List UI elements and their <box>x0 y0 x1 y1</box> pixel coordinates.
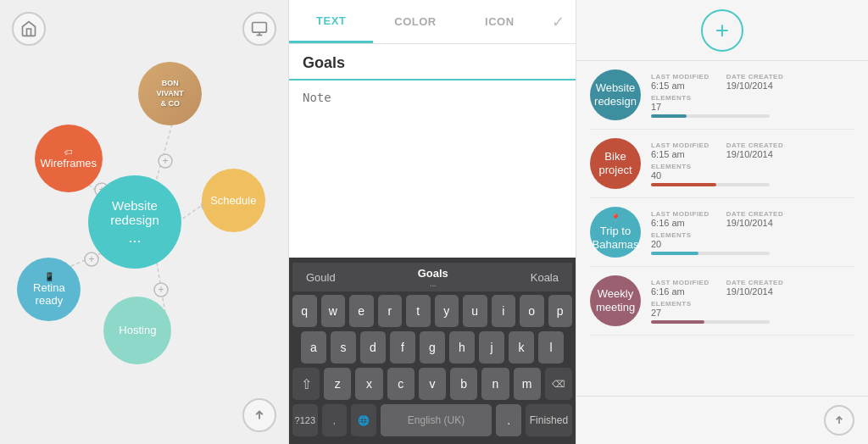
title-area <box>289 44 576 80</box>
progress-bar-bg <box>651 252 770 255</box>
note-area <box>289 80 576 258</box>
editor-tabs: TEXT COLOR ICON ✓ <box>289 0 576 44</box>
key-z[interactable]: z <box>324 368 351 400</box>
item-circle-weekly: Weeklymeeting <box>590 275 641 326</box>
key-y[interactable]: y <box>435 295 459 327</box>
item-info-trip: LAST MODIFIED 6:16 am DATE CREATED 19/10… <box>651 210 854 255</box>
key-g[interactable]: g <box>420 331 445 364</box>
keyboard-row-4: ?123 , 🌐 English (UK) . Finished <box>292 404 572 436</box>
add-button[interactable]: + <box>701 9 743 52</box>
key-b[interactable]: b <box>450 368 477 400</box>
items-list: Websiteredesign LAST MODIFIED 6:15 am DA… <box>576 61 868 396</box>
title-input[interactable] <box>303 54 562 72</box>
key-h[interactable]: h <box>449 331 475 364</box>
key-finished[interactable]: Finished <box>526 404 572 436</box>
key-numbers[interactable]: ?123 <box>292 404 318 436</box>
upload-button-3[interactable] <box>824 405 854 436</box>
tab-icon[interactable]: ICON <box>458 0 542 43</box>
node-hosting[interactable]: Hosting <box>103 297 171 364</box>
key-space[interactable]: English (UK) <box>381 404 492 436</box>
key-j[interactable]: j <box>479 331 504 364</box>
key-globe[interactable]: 🌐 <box>351 404 376 436</box>
key-n[interactable]: n <box>481 368 509 400</box>
upload-button[interactable] <box>242 398 276 432</box>
suggestion-goals[interactable]: Goals ... <box>418 267 448 288</box>
progress-bar-fill <box>651 183 716 186</box>
node-retina-ready[interactable]: 📱 Retinaready <box>17 258 81 321</box>
svg-text:+: + <box>88 253 94 265</box>
suggestion-koala[interactable]: Koala <box>531 271 559 284</box>
progress-bar-bg <box>651 183 770 186</box>
text-editor-panel: TEXT COLOR ICON ✓ Gould Goals ... Koala … <box>288 0 576 444</box>
key-x[interactable]: x <box>355 368 382 400</box>
key-m[interactable]: m <box>514 368 541 400</box>
keyboard: Gould Goals ... Koala q w e r t y u i o … <box>289 258 576 444</box>
item-circle-website: Websiteredesign <box>590 69 641 120</box>
list-item[interactable]: Weeklymeeting LAST MODIFIED 6:16 am DATE… <box>590 267 854 336</box>
list-panel: + Websiteredesign LAST MODIFIED 6:15 am … <box>576 0 868 444</box>
list-item[interactable]: Websiteredesign LAST MODIFIED 6:15 am DA… <box>590 61 854 130</box>
keyboard-row-1: q w e r t y u i o p <box>292 295 572 327</box>
key-a[interactable]: a <box>301 331 326 364</box>
keyboard-row-3: ⇧ z x c v b n m ⌫ <box>292 368 572 400</box>
note-input[interactable] <box>303 91 562 158</box>
key-r[interactable]: r <box>378 295 403 327</box>
key-shift[interactable]: ⇧ <box>292 368 320 400</box>
progress-bar-fill <box>651 252 698 255</box>
key-d[interactable]: d <box>360 331 386 364</box>
key-e[interactable]: e <box>349 295 374 327</box>
key-q[interactable]: q <box>292 295 317 327</box>
keyboard-suggestions: Gould Goals ... Koala <box>292 263 572 291</box>
item-info-bike: LAST MODIFIED 6:15 am DATE CREATED 19/10… <box>651 142 854 186</box>
item-info-website: LAST MODIFIED 6:15 am DATE CREATED 19/10… <box>651 73 854 118</box>
node-website-redesign[interactable]: Website redesign ... <box>88 175 181 269</box>
dots-indicator: ... <box>110 229 159 247</box>
progress-bar-fill <box>651 114 687 118</box>
item-circle-bike: Bikeproject <box>590 138 641 189</box>
list-item[interactable]: Bikeproject LAST MODIFIED 6:15 am DATE C… <box>590 130 854 198</box>
progress-bar-fill <box>651 320 704 324</box>
list-footer <box>576 396 868 444</box>
svg-text:+: + <box>162 155 168 167</box>
item-circle-trip: 📍 Trip toBahamas <box>590 207 641 258</box>
key-f[interactable]: f <box>390 331 415 364</box>
key-k[interactable]: k <box>509 331 534 364</box>
progress-bar-bg <box>651 114 770 118</box>
key-c[interactable]: c <box>387 368 415 400</box>
key-backspace[interactable]: ⌫ <box>545 368 572 400</box>
key-comma[interactable]: , <box>322 404 348 436</box>
key-t[interactable]: t <box>406 295 431 327</box>
key-o[interactable]: o <box>520 295 544 327</box>
key-i[interactable]: i <box>492 295 516 327</box>
node-schedule[interactable]: Schedule <box>202 169 265 232</box>
progress-bar-bg <box>651 320 770 324</box>
tab-color[interactable]: COLOR <box>373 0 457 43</box>
key-period[interactable]: . <box>496 404 521 436</box>
key-s[interactable]: s <box>331 331 356 364</box>
key-l[interactable]: l <box>538 331 564 364</box>
suggestion-gould[interactable]: Gould <box>306 271 336 284</box>
item-info-weekly: LAST MODIFIED 6:16 am DATE CREATED 19/10… <box>651 279 854 324</box>
key-v[interactable]: v <box>419 368 446 400</box>
keyboard-row-2: a s d f g h j k l <box>292 331 572 364</box>
svg-text:+: + <box>158 284 164 296</box>
key-w[interactable]: w <box>321 295 346 327</box>
key-p[interactable]: p <box>548 295 573 327</box>
key-u[interactable]: u <box>463 295 487 327</box>
mindmap-panel: + + + + + Website redesign ... 🏷 Wirefra… <box>0 0 288 444</box>
list-header: + <box>576 0 868 61</box>
list-item[interactable]: 📍 Trip toBahamas LAST MODIFIED 6:16 am D… <box>590 198 854 267</box>
tab-text[interactable]: TEXT <box>289 0 373 43</box>
node-wireframes[interactable]: 🏷 Wireframes <box>35 125 103 192</box>
check-button[interactable]: ✓ <box>542 13 576 31</box>
